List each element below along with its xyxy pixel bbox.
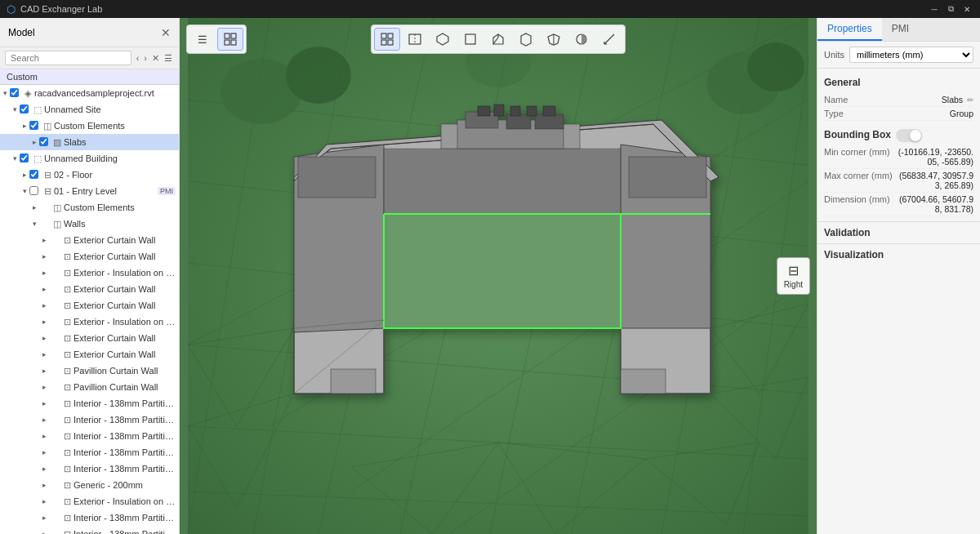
tree-expander[interactable]: ▸ [39, 530, 49, 534]
doc-view-button[interactable] [217, 28, 243, 51]
tree-expander[interactable]: ▸ [39, 236, 49, 244]
tree-expander[interactable]: ▸ [29, 138, 39, 146]
tree-item[interactable]: ▸⊡Generic - 200mm [0, 477, 179, 493]
tree-expander[interactable]: ▸ [39, 416, 49, 424]
tree-expander[interactable]: ▸ [39, 383, 49, 391]
tree-item[interactable]: ▾⬚Unnamed Building [0, 150, 179, 167]
tree-expander[interactable]: ▸ [29, 203, 39, 211]
tree-expander[interactable]: ▸ [39, 465, 49, 473]
perspective-button[interactable] [430, 28, 456, 51]
search-clear-button[interactable]: ✕ [150, 52, 161, 65]
tree-expander[interactable]: ▾ [10, 105, 20, 113]
tree-item[interactable]: ▾◈racadvancedsampleproject.rvt [0, 85, 179, 101]
bbox-toggle[interactable] [896, 129, 922, 142]
tree-expander[interactable]: ▸ [39, 301, 49, 309]
tree-expander[interactable]: ▸ [39, 432, 49, 440]
shading-button[interactable] [568, 28, 595, 51]
tree-item[interactable]: ▸⊡Interior - 138mm Partition... [0, 461, 179, 477]
front-view-button[interactable] [513, 28, 539, 51]
pmi-tab[interactable]: PMI [882, 18, 919, 41]
tree-expander[interactable]: ▸ [39, 269, 49, 277]
tree-expander[interactable]: ▾ [10, 154, 20, 162]
tree-item[interactable]: ▸⊡Exterior - Insulation on M... [0, 314, 179, 330]
right-view-side-button[interactable]: ⊟ Right [777, 257, 810, 295]
tree-view-button[interactable]: ☰ [189, 28, 216, 51]
tree-checkbox[interactable] [20, 105, 29, 113]
tree-expander[interactable]: ▸ [39, 350, 49, 358]
units-select[interactable]: millimeters (mm) [849, 47, 973, 63]
tree-item[interactable]: ▸⊡Interior - 138mm Partition... [0, 510, 179, 526]
tree-expander[interactable]: ▾ [20, 187, 29, 195]
visualization-title[interactable]: Visualization [824, 249, 973, 260]
tree-checkbox[interactable] [20, 154, 29, 162]
tree-checkbox[interactable] [29, 170, 38, 179]
tree-expander[interactable]: ▾ [0, 89, 10, 97]
tree-item[interactable]: ▸◫Custom Elements [0, 199, 179, 216]
measure-button[interactable] [596, 28, 622, 51]
tree-item[interactable]: ▸⊡Pavillion Curtain Wall [0, 379, 179, 395]
dimension-key: Dimension (mm) [824, 194, 893, 204]
navigate-button[interactable] [374, 28, 400, 51]
tree-item-label: Interior - 138mm Partition... [74, 447, 176, 457]
tree-expander[interactable]: ▸ [39, 399, 49, 407]
tree-item[interactable]: ▸⊡Exterior Curtain Wall [0, 297, 179, 314]
tree-expander[interactable]: ▸ [39, 285, 49, 293]
tree-expander[interactable]: ▸ [20, 171, 29, 179]
search-input[interactable] [5, 51, 131, 65]
tree-item[interactable]: ▾⬚Unnamed Site [0, 101, 179, 118]
search-next-button[interactable]: › [142, 52, 149, 65]
search-filter-button[interactable]: ☰ [163, 52, 174, 65]
tree-item[interactable]: ▸⊡Exterior Curtain Wall [0, 232, 179, 248]
tree-item[interactable]: ▸⊡Interior - 138mm Partition... [0, 444, 179, 461]
close-button[interactable]: ✕ [960, 2, 973, 16]
ortho-button[interactable] [457, 28, 483, 51]
tree-checkbox[interactable] [29, 121, 38, 130]
tree-item[interactable]: ▸⊡Interior - 138mm Partition... [0, 428, 179, 444]
tree-item[interactable]: ▸⊡Exterior Curtain Wall [0, 281, 179, 297]
section-button[interactable] [402, 28, 428, 51]
custom-label: Custom [7, 72, 38, 82]
name-edit-icon[interactable]: ✏ [967, 96, 973, 105]
tree-item[interactable]: ▸▨Slabs [0, 134, 179, 150]
tree-expander[interactable]: ▸ [39, 318, 49, 326]
tree-checkbox[interactable] [10, 88, 19, 97]
search-actions: ‹ › ✕ ☰ [135, 52, 174, 65]
tree-container[interactable]: ▾◈racadvancedsampleproject.rvt▾⬚Unnamed … [0, 85, 179, 534]
properties-tab[interactable]: Properties [817, 18, 882, 41]
validation-title[interactable]: Validation [824, 227, 973, 238]
tree-item-label: Exterior Curtain Wall [74, 333, 176, 343]
tree-item[interactable]: ▸⊡Interior - 138mm Partition... [0, 395, 179, 412]
tree-expander[interactable]: ▸ [39, 448, 49, 456]
search-prev-button[interactable]: ‹ [135, 52, 141, 65]
tree-item[interactable]: ▸⊡Exterior - Insulation on M... [0, 265, 179, 281]
tree-item-label: 02 - Floor [54, 170, 176, 180]
tree-expander[interactable]: ▸ [39, 334, 49, 342]
tree-expander[interactable]: ▸ [39, 514, 49, 522]
tree-expander[interactable]: ▸ [39, 252, 49, 260]
back-view-button[interactable] [541, 28, 567, 51]
tree-item[interactable]: ▸⊟02 - Floor [0, 167, 179, 183]
tree-item-icon: ⊡ [60, 349, 74, 360]
tree-expander[interactable]: ▸ [39, 367, 49, 375]
tree-item[interactable]: ▸⊡Exterior Curtain Wall [0, 248, 179, 265]
tree-checkbox[interactable] [39, 137, 48, 146]
restore-button[interactable]: ⧉ [944, 2, 957, 16]
tree-item[interactable]: ▸◫Custom Elements [0, 118, 179, 134]
tree-item[interactable]: ▸⊡Exterior - Insulation on M... [0, 493, 179, 510]
panel-close-button[interactable]: ✕ [161, 26, 171, 39]
tree-item[interactable]: ▸⊡Exterior Curtain Wall [0, 330, 179, 346]
tree-expander[interactable]: ▸ [39, 497, 49, 505]
svg-rect-32 [535, 114, 564, 129]
top-view-button[interactable] [485, 28, 511, 51]
minimize-button[interactable]: ─ [928, 2, 941, 16]
tree-item[interactable]: ▾⊟01 - Entry LevelPMI [0, 183, 179, 199]
tree-expander[interactable]: ▸ [20, 122, 29, 130]
tree-item[interactable]: ▸⊡Interior - 138mm Partition... [0, 526, 179, 534]
tree-checkbox[interactable] [29, 186, 38, 195]
tree-expander[interactable]: ▾ [29, 220, 39, 228]
tree-item[interactable]: ▾◫Walls [0, 216, 179, 232]
tree-item[interactable]: ▸⊡Interior - 138mm Partition... [0, 412, 179, 428]
tree-item[interactable]: ▸⊡Pavillion Curtain Wall [0, 363, 179, 379]
tree-item[interactable]: ▸⊡Exterior Curtain Wall [0, 346, 179, 363]
tree-expander[interactable]: ▸ [39, 481, 49, 489]
